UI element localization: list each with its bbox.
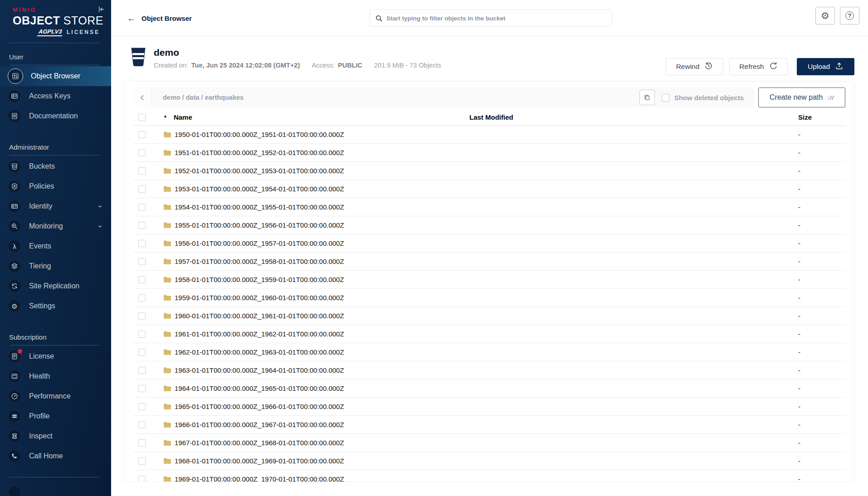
sidebar-item-call-home[interactable]: Call Home [0,446,111,466]
sidebar-item-object-browser[interactable]: Object Browser [0,66,111,86]
sidebar-item-profile[interactable]: Profile [0,406,111,426]
table-row[interactable]: 1959-01-01T00:00:00.000Z_1960-01-01T00:0… [133,289,845,307]
row-checkbox[interactable] [138,240,146,247]
row-checkbox[interactable] [138,276,146,283]
sidebar-item-identity[interactable]: Identity [0,196,111,216]
row-checkbox[interactable] [138,167,146,175]
sidebar-item-access-keys[interactable]: Access Keys [0,86,111,106]
cell-name[interactable]: 1951-01-01T00:00:00.000Z_1952-01-01T00:0… [158,149,469,156]
chevron-down-icon[interactable] [95,221,105,231]
cell-name[interactable]: 1961-01-01T00:00:00.000Z_1962-01-01T00:0… [158,330,469,338]
table-row[interactable]: 1967-01-01T00:00:00.000Z_1968-01-01T00:0… [133,434,845,452]
refresh-button[interactable]: Refresh [729,58,788,75]
column-header-size[interactable]: Size [797,113,845,121]
row-checkbox[interactable] [138,367,146,374]
table-row[interactable]: 1964-01-01T00:00:00.000Z_1965-01-01T00:0… [133,379,845,398]
sidebar-item-settings[interactable]: ⚙Settings [0,296,111,316]
sidebar-item-health[interactable]: Health [0,366,111,386]
cell-size: - [797,239,845,247]
table-row[interactable]: 1965-01-01T00:00:00.000Z_1966-01-01T00:0… [133,398,845,416]
cell-name[interactable]: 1964-01-01T00:00:00.000Z_1965-01-01T00:0… [158,384,469,392]
table-row[interactable]: 1954-01-01T00:00:00.000Z_1955-01-01T00:0… [133,198,845,216]
row-checkbox[interactable] [138,222,146,229]
copy-path-button[interactable] [639,90,655,105]
table-row[interactable]: 1969-01-01T00:00:00.000Z_1970-01-01T00:0… [133,470,845,482]
row-checkbox[interactable] [138,131,146,138]
table-row[interactable]: 1968-01-01T00:00:00.000Z_1969-01-01T00:0… [133,452,845,470]
sidebar-collapse-icon[interactable] [96,4,107,15]
row-checkbox[interactable] [138,403,146,410]
table-row[interactable]: 1955-01-01T00:00:00.000Z_1956-01-01T00:0… [133,216,845,234]
table-row[interactable]: 1963-01-01T00:00:00.000Z_1964-01-01T00:0… [133,361,845,379]
cell-name[interactable]: 1950-01-01T00:00:00.000Z_1951-01-01T00:0… [158,131,469,138]
column-header-last-modified[interactable]: Last Modified [469,113,797,121]
row-checkbox[interactable] [138,258,146,265]
row-checkbox[interactable] [138,476,146,482]
row-checkbox[interactable] [138,439,146,447]
sidebar-item-monitoring[interactable]: Monitoring [0,216,111,236]
row-checkbox[interactable] [138,312,146,320]
table-row[interactable]: 1962-01-01T00:00:00.000Z_1963-01-01T00:0… [133,343,845,361]
row-checkbox[interactable] [138,385,146,392]
table-row[interactable]: 1953-01-01T00:00:00.000Z_1954-01-01T00:0… [133,180,845,198]
cell-name[interactable]: 1956-01-01T00:00:00.000Z_1957-01-01T00:0… [158,239,469,247]
table-row[interactable]: 1950-01-01T00:00:00.000Z_1951-01-01T00:0… [133,126,845,144]
column-header-name[interactable]: ▲ Name [158,113,469,121]
row-checkbox[interactable] [138,331,146,338]
cell-name[interactable]: 1967-01-01T00:00:00.000Z_1968-01-01T00:0… [158,439,469,447]
cell-name[interactable]: 1965-01-01T00:00:00.000Z_1966-01-01T00:0… [158,403,469,410]
table-row[interactable]: 1961-01-01T00:00:00.000Z_1962-01-01T00:0… [133,325,845,343]
cell-name[interactable]: 1957-01-01T00:00:00.000Z_1958-01-01T00:0… [158,258,469,265]
table-row[interactable]: 1951-01-01T00:00:00.000Z_1952-01-01T00:0… [133,144,845,162]
cell-name[interactable]: 1969-01-01T00:00:00.000Z_1970-01-01T00:0… [158,475,469,482]
cell-name[interactable]: 1966-01-01T00:00:00.000Z_1967-01-01T00:0… [158,421,469,428]
cell-name[interactable]: 1960-01-01T00:00:00.000Z_1961-01-01T00:0… [158,312,469,320]
sidebar-item-site-replication[interactable]: Site Replication [0,276,111,296]
access-value[interactable]: PUBLIC [338,62,362,69]
table-row[interactable]: 1957-01-01T00:00:00.000Z_1958-01-01T00:0… [133,253,845,271]
sidebar-item-license[interactable]: License [0,346,111,366]
row-checkbox[interactable] [138,185,146,193]
sidebar-item-events[interactable]: λEvents [0,236,111,256]
table-row[interactable]: 1960-01-01T00:00:00.000Z_1961-01-01T00:0… [133,307,845,325]
row-checkbox[interactable] [138,149,146,156]
page-back-nav[interactable]: ← Object Browser [127,0,192,36]
table-row[interactable]: 1956-01-01T00:00:00.000Z_1957-01-01T00:0… [133,234,845,253]
row-checkbox[interactable] [138,349,146,356]
sidebar-item-buckets[interactable]: Buckets [0,156,111,176]
table-row[interactable]: 1966-01-01T00:00:00.000Z_1967-01-01T00:0… [133,416,845,434]
row-checkbox[interactable] [138,204,146,211]
cell-name[interactable]: 1963-01-01T00:00:00.000Z_1964-01-01T00:0… [158,366,469,374]
settings-button[interactable]: ⚙ [815,7,835,24]
upload-button[interactable]: Upload [797,58,854,75]
sidebar-item-policies[interactable]: Policies [0,176,111,196]
breadcrumb[interactable]: demo / data / earthquakes [163,94,244,101]
sidebar-item-hidden[interactable] [8,486,111,496]
new-path-icon: :// [827,94,834,101]
sidebar-item-tiering[interactable]: Tiering [0,256,111,276]
cell-name[interactable]: 1952-01-01T00:00:00.000Z_1953-01-01T00:0… [158,167,469,175]
cell-name[interactable]: 1959-01-01T00:00:00.000Z_1960-01-01T00:0… [158,294,469,301]
sidebar-item-documentation[interactable]: Documentation [0,106,111,126]
rewind-button[interactable]: Rewind [666,58,723,75]
show-deleted-checkbox[interactable] [662,94,669,102]
breadcrumb-back-button[interactable] [133,88,152,107]
cell-name[interactable]: 1968-01-01T00:00:00.000Z_1969-01-01T00:0… [158,457,469,465]
search-input[interactable] [386,10,612,26]
cell-name[interactable]: 1953-01-01T00:00:00.000Z_1954-01-01T00:0… [158,185,469,193]
row-checkbox[interactable] [138,457,146,465]
select-all-checkbox[interactable] [138,114,146,121]
table-row[interactable]: 1952-01-01T00:00:00.000Z_1953-01-01T00:0… [133,162,845,180]
cell-name[interactable]: 1958-01-01T00:00:00.000Z_1959-01-01T00:0… [158,276,469,283]
cell-name[interactable]: 1955-01-01T00:00:00.000Z_1956-01-01T00:0… [158,221,469,229]
cell-name[interactable]: 1962-01-01T00:00:00.000Z_1963-01-01T00:0… [158,348,469,356]
create-new-path-button[interactable]: Create new path :// [758,88,845,107]
chevron-down-icon[interactable] [95,201,105,211]
sidebar-item-performance[interactable]: Performance [0,386,111,406]
table-row[interactable]: 1958-01-01T00:00:00.000Z_1959-01-01T00:0… [133,271,845,289]
help-button[interactable]: ? [840,7,859,24]
row-checkbox[interactable] [138,421,146,428]
cell-name[interactable]: 1954-01-01T00:00:00.000Z_1955-01-01T00:0… [158,203,469,211]
sidebar-item-inspect[interactable]: Inspect [0,426,111,446]
row-checkbox[interactable] [138,294,146,301]
